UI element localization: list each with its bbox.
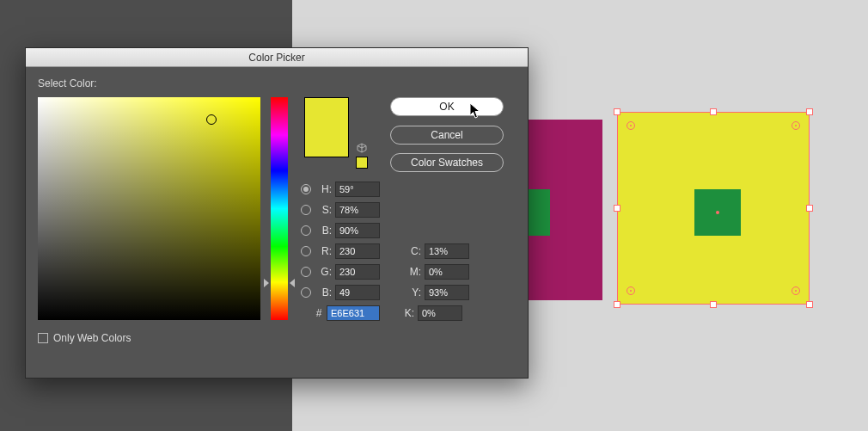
web-colors-checkbox[interactable] bbox=[38, 333, 48, 343]
input-r[interactable]: 230 bbox=[335, 243, 380, 259]
cancel-button[interactable]: Cancel bbox=[390, 126, 504, 145]
swatch-new-color[interactable] bbox=[304, 97, 349, 127]
input-k[interactable]: 0% bbox=[418, 305, 462, 321]
handle-w[interactable] bbox=[614, 205, 620, 212]
handle-se[interactable] bbox=[806, 301, 813, 308]
hue-slider[interactable] bbox=[271, 97, 288, 320]
input-b-rgb[interactable]: 49 bbox=[335, 285, 380, 300]
saturation-value-box[interactable] bbox=[38, 97, 260, 320]
input-g[interactable]: 230 bbox=[335, 264, 380, 280]
path-anchor-sw[interactable] bbox=[627, 286, 635, 295]
input-s[interactable]: 78% bbox=[335, 202, 380, 218]
hue-slider-arrow-right-icon bbox=[290, 279, 295, 287]
label-b-hsb: B: bbox=[316, 225, 332, 237]
select-color-label: Select Color: bbox=[38, 77, 516, 89]
path-anchor-se[interactable] bbox=[792, 286, 800, 295]
handle-sw[interactable] bbox=[614, 301, 620, 308]
handle-n[interactable] bbox=[710, 108, 717, 115]
radio-b-hsb[interactable] bbox=[301, 225, 311, 236]
radio-h[interactable] bbox=[301, 184, 311, 194]
input-y[interactable]: 93% bbox=[425, 285, 469, 300]
handle-e[interactable] bbox=[806, 205, 813, 212]
label-m: M: bbox=[407, 266, 421, 278]
hue-slider-arrow-left-icon bbox=[264, 279, 269, 287]
input-m[interactable]: 0% bbox=[425, 264, 469, 280]
label-h: H: bbox=[316, 183, 332, 195]
input-b-hsb[interactable]: 90% bbox=[335, 223, 380, 238]
radio-r[interactable] bbox=[301, 246, 311, 256]
input-c[interactable]: 13% bbox=[425, 243, 469, 259]
color-swatch-preview bbox=[304, 97, 349, 157]
radio-s[interactable] bbox=[301, 205, 311, 215]
color-picker-dialog: Color Picker Select Color: OK Cancel Col… bbox=[25, 47, 529, 379]
sv-cursor-ring[interactable] bbox=[206, 114, 217, 125]
out-of-gamut-swatch[interactable] bbox=[356, 157, 368, 169]
label-hex: # bbox=[315, 307, 323, 319]
dialog-title: Color Picker bbox=[248, 52, 304, 64]
handle-nw[interactable] bbox=[614, 108, 620, 115]
dialog-body: Select Color: OK Cancel Color Swatches bbox=[26, 67, 528, 379]
label-g: G: bbox=[316, 266, 332, 278]
color-values-group: H: 59° S: 78% B: 90% R: 230 C: bbox=[301, 179, 516, 323]
out-of-gamut-cube-icon[interactable] bbox=[357, 143, 367, 156]
ok-button-label: OK bbox=[439, 101, 454, 113]
cancel-button-label: Cancel bbox=[431, 129, 462, 141]
label-y: Y: bbox=[407, 286, 421, 299]
swatches-button-label: Color Swatches bbox=[411, 157, 483, 169]
radio-b-rgb[interactable] bbox=[301, 287, 311, 298]
web-colors-label: Only Web Colors bbox=[53, 332, 131, 344]
label-s: S: bbox=[316, 204, 332, 216]
dialog-titlebar[interactable]: Color Picker bbox=[26, 48, 528, 67]
path-anchor-nw[interactable] bbox=[627, 121, 635, 130]
handle-ne[interactable] bbox=[806, 108, 813, 115]
color-swatches-button[interactable]: Color Swatches bbox=[390, 153, 504, 172]
radio-g[interactable] bbox=[301, 267, 311, 277]
app-stage: Color Picker Select Color: OK Cancel Col… bbox=[0, 0, 868, 431]
label-k: K: bbox=[400, 307, 414, 319]
input-hex[interactable]: E6E631 bbox=[327, 305, 380, 321]
web-colors-row: Only Web Colors bbox=[38, 332, 131, 344]
input-h[interactable]: 59° bbox=[335, 182, 380, 197]
swatch-old-color[interactable] bbox=[304, 127, 349, 157]
label-b-rgb: B: bbox=[316, 286, 332, 299]
label-r: R: bbox=[316, 245, 332, 257]
handle-s[interactable] bbox=[710, 301, 717, 308]
path-anchor-ne[interactable] bbox=[792, 121, 800, 130]
selection-bounding-box bbox=[617, 112, 810, 305]
ok-button[interactable]: OK bbox=[390, 97, 504, 116]
label-c: C: bbox=[407, 245, 421, 257]
